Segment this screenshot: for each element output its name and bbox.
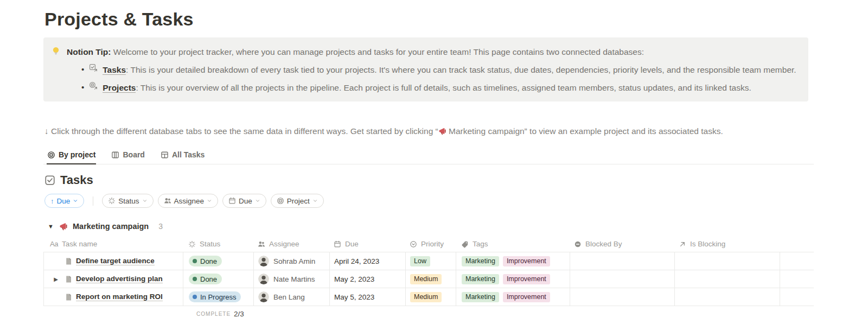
callout-intro: Notion Tip: Welcome to your project trac… — [67, 46, 796, 59]
target-icon — [277, 197, 284, 205]
column-is-blocking[interactable]: Is Blocking — [674, 236, 780, 252]
task-name-cell[interactable]: Report on marketing ROI — [44, 288, 183, 306]
column-label: Assignee — [269, 240, 299, 248]
is-blocking-cell[interactable] — [675, 252, 780, 270]
callout-bullet-projects: • Projects: This is your overview of all… — [81, 81, 796, 94]
text-type-icon: Aa — [50, 240, 58, 248]
task-name-cell[interactable]: ▶ Develop advertising plan — [44, 270, 183, 288]
tab-board[interactable]: Board — [111, 147, 145, 164]
filter-separator — [93, 196, 93, 206]
projects-page-link[interactable]: Projects — [103, 83, 136, 93]
database-title: Tasks — [60, 173, 93, 187]
tags-cell[interactable]: Marketing Improvement — [456, 252, 570, 270]
column-add[interactable] — [780, 236, 814, 252]
status-badge: In Progress — [189, 291, 241, 302]
column-due[interactable]: Due — [329, 236, 405, 252]
instruction-text: ↓ Click through the different database t… — [44, 126, 814, 136]
priority-cell[interactable]: Medium — [406, 270, 456, 288]
priority-cell[interactable]: Low — [406, 252, 456, 270]
status-dot-icon — [193, 259, 197, 263]
table-row[interactable]: Define target audience Done Sohrab Amin … — [43, 252, 814, 270]
tags-cell[interactable]: Marketing Improvement — [456, 288, 570, 306]
due-date: May 2, 2023 — [334, 275, 374, 283]
bullet-marker: • — [81, 81, 84, 94]
filter-project-button[interactable]: Project — [271, 194, 324, 208]
assignee-cell[interactable]: Ben Lang — [254, 288, 330, 306]
sort-ascending-icon: ↑ — [50, 197, 54, 205]
checkbox-icon — [44, 175, 55, 186]
row-expand-toggle-icon[interactable]: ▶ — [50, 276, 61, 282]
status-cell[interactable]: Done — [183, 252, 254, 270]
priority-icon — [410, 240, 417, 248]
megaphone-icon — [438, 127, 446, 135]
is-blocking-cell[interactable] — [675, 288, 780, 306]
complete-calculation[interactable]: COMPLETE 2/3 — [183, 306, 253, 321]
column-label: Due — [345, 240, 359, 248]
column-status[interactable]: Status — [183, 236, 253, 252]
status-cell[interactable]: In Progress — [183, 288, 254, 306]
task-name-link[interactable]: Develop advertising plan — [76, 275, 163, 283]
column-label: Is Blocking — [690, 240, 725, 248]
filter-assignee-button[interactable]: Assignee — [158, 194, 219, 208]
tab-all-tasks[interactable]: All Tasks — [160, 147, 205, 164]
people-icon — [164, 197, 171, 205]
tag: Marketing — [462, 292, 499, 302]
extra-cell[interactable] — [780, 270, 814, 288]
avatar — [258, 291, 269, 302]
table-row[interactable]: ▶ Develop advertising plan Done Nate Mar… — [43, 270, 814, 288]
assignee-cell[interactable]: Sohrab Amin — [254, 252, 330, 270]
callout-body: Notion Tip: Welcome to your project trac… — [67, 46, 796, 94]
table-row[interactable]: Report on marketing ROI In Progress Ben … — [43, 288, 814, 306]
status-badge: Done — [189, 274, 222, 284]
status-spinner-icon — [188, 240, 196, 248]
column-label: Status — [200, 240, 220, 248]
tag-icon — [461, 240, 469, 248]
extra-cell[interactable] — [780, 252, 814, 270]
group-name[interactable]: Marketing campaign — [73, 222, 149, 231]
tab-label: All Tasks — [172, 150, 205, 159]
bullet-projects-body: : This is your overview of all the proje… — [136, 83, 751, 92]
due-cell[interactable]: April 24, 2023 — [330, 252, 406, 270]
database-header: Tasks — [44, 173, 814, 187]
filter-due-button[interactable]: Due — [222, 194, 266, 208]
assignee-name: Sohrab Amin — [273, 257, 315, 265]
priority-tag: Medium — [410, 292, 442, 302]
chevron-down-icon — [255, 198, 260, 204]
instruction-before: ↓ Click through the different database t… — [44, 126, 438, 136]
extra-cell[interactable] — [780, 288, 814, 306]
due-cell[interactable]: May 5, 2023 — [330, 288, 406, 306]
column-priority[interactable]: Priority — [405, 236, 456, 252]
tag: Improvement — [503, 292, 550, 302]
calendar-icon — [228, 197, 236, 205]
status-cell[interactable]: Done — [183, 270, 254, 288]
table-footer-row: COMPLETE 2/3 — [43, 306, 814, 321]
is-blocking-cell[interactable] — [675, 270, 780, 288]
column-label: Blocked By — [585, 240, 622, 248]
task-name-cell[interactable]: Define target audience — [44, 252, 183, 270]
priority-tag: Low — [410, 256, 430, 266]
column-tags[interactable]: Tags — [456, 236, 570, 252]
blocked-by-cell[interactable] — [570, 270, 675, 288]
avatar — [258, 256, 269, 266]
priority-cell[interactable]: Medium — [406, 288, 456, 306]
task-name-link[interactable]: Define target audience — [76, 257, 155, 265]
collapse-toggle-icon[interactable]: ▼ — [48, 223, 54, 230]
tag: Improvement — [503, 256, 550, 266]
column-assignee[interactable]: Assignee — [253, 236, 329, 252]
assignee-cell[interactable]: Nate Martins — [254, 270, 330, 288]
tasks-page-link[interactable]: Tasks — [103, 65, 126, 75]
blocked-by-cell[interactable] — [570, 288, 675, 306]
task-name-link[interactable]: Report on marketing ROI — [76, 293, 163, 301]
tab-by-project[interactable]: By project — [47, 147, 96, 164]
sort-due-button[interactable]: ↑ Due — [44, 194, 84, 208]
due-cell[interactable]: May 2, 2023 — [330, 270, 406, 288]
tip-label: Notion Tip: — [67, 47, 111, 56]
chevron-down-icon — [142, 198, 148, 204]
tags-cell[interactable]: Marketing Improvement — [456, 270, 570, 288]
blocked-by-cell[interactable] — [570, 252, 675, 270]
tip-text: Welcome to your project tracker, where y… — [111, 47, 644, 56]
column-task-name[interactable]: Aa Task name — [43, 236, 183, 252]
filter-status-button[interactable]: Status — [102, 194, 153, 208]
tab-label: Board — [123, 150, 144, 159]
column-blocked-by[interactable]: Blocked By — [570, 236, 674, 252]
